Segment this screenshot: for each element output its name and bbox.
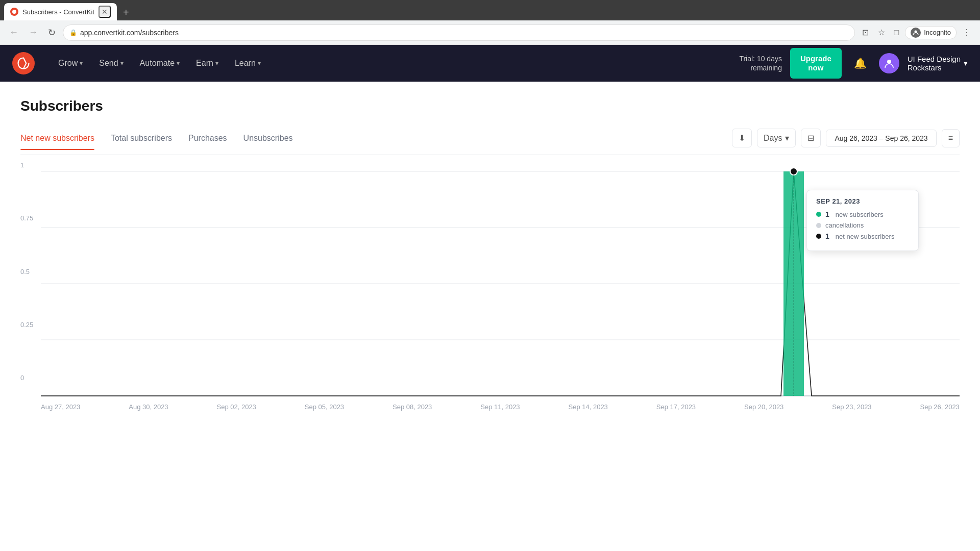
send-chevron: ▾	[120, 60, 124, 67]
svg-point-0	[12, 10, 16, 14]
chart-tooltip: SEP 21, 2023 1 new subscribers cancellat…	[806, 190, 919, 251]
browser-tab-active[interactable]: Subscribers - ConvertKit ✕	[4, 3, 117, 20]
chart-container: 1 0.75 0.5 0.25 0	[20, 159, 960, 423]
tab-favicon	[10, 8, 18, 16]
svg-point-2	[887, 60, 891, 64]
tab-bar: Subscribers - ConvertKit ✕ +	[0, 0, 980, 20]
y-label-075: 0.75	[20, 214, 33, 222]
tooltip-new-label: new subscribers	[836, 211, 884, 218]
filter-button[interactable]: ⊟	[801, 129, 821, 147]
x-label-6: Sep 14, 2023	[569, 403, 608, 411]
download-icon: ⬇	[739, 133, 745, 143]
profile-button[interactable]: □	[891, 25, 902, 40]
upgrade-button[interactable]: Upgrade now	[790, 48, 842, 79]
days-label: Days	[764, 134, 782, 143]
main-nav: Grow ▾ Send ▾ Automate ▾ Earn ▾ Learn ▾	[51, 55, 723, 72]
tab-unsubscribes[interactable]: Unsubscribes	[243, 134, 293, 150]
main-content: Subscribers Net new subscribers Total su…	[0, 82, 980, 439]
tooltip-green-dot	[816, 212, 821, 217]
logo[interactable]	[12, 52, 35, 74]
grow-chevron: ▾	[80, 60, 83, 67]
page-title: Subscribers	[20, 98, 960, 114]
nav-grow[interactable]: Grow ▾	[51, 55, 90, 72]
incognito-badge[interactable]: Incognito	[905, 26, 957, 39]
cast-button[interactable]: ⊡	[859, 24, 872, 40]
reload-button[interactable]: ↻	[45, 24, 59, 41]
menu-button[interactable]: ⋮	[960, 24, 974, 40]
x-label-7: Sep 17, 2023	[656, 403, 696, 411]
tooltip-dark-dot	[816, 234, 821, 239]
tabs-row: Net new subscribers Total subscribers Pu…	[20, 129, 960, 155]
x-label-5: Sep 11, 2023	[480, 403, 520, 411]
chart-controls: ⬇ Days ▾ ⊟ Aug 26, 2023 – Sep 26, 2023 ≡	[732, 129, 960, 155]
download-button[interactable]: ⬇	[732, 129, 752, 147]
nav-send[interactable]: Send ▾	[92, 55, 130, 72]
tooltip-new-subscribers: 1 new subscribers	[816, 210, 909, 218]
view-toggle-icon: ≡	[948, 134, 953, 143]
y-label-05: 0.5	[20, 268, 33, 276]
tooltip-new-count: 1	[825, 210, 829, 218]
lock-icon: 🔒	[69, 29, 77, 36]
x-label-2: Sep 02, 2023	[217, 403, 256, 411]
browser-toolbar: ← → ↻ 🔒 app.convertkit.com/subscribers ⊡…	[0, 20, 980, 45]
trial-text: Trial: 10 days remaining	[739, 54, 782, 72]
learn-chevron: ▾	[258, 60, 261, 67]
date-range-button[interactable]: Aug 26, 2023 – Sep 26, 2023	[826, 130, 936, 147]
tooltip-net-new: 1 net new subscribers	[816, 232, 909, 240]
tooltip-cancellations-label: cancellations	[825, 221, 864, 229]
date-range-text: Aug 26, 2023 – Sep 26, 2023	[835, 134, 927, 142]
tooltip-net-count: 1	[825, 232, 829, 240]
x-label-0: Aug 27, 2023	[41, 403, 80, 411]
new-tab-button[interactable]: +	[119, 7, 133, 18]
notification-bell[interactable]: 🔔	[850, 53, 871, 73]
header-right: Trial: 10 days remaining Upgrade now 🔔 U…	[739, 48, 968, 79]
x-label-8: Sep 20, 2023	[744, 403, 783, 411]
x-label-10: Sep 26, 2023	[920, 403, 960, 411]
forward-button[interactable]: →	[26, 24, 41, 41]
x-label-1: Aug 30, 2023	[129, 403, 168, 411]
filter-icon: ⊟	[807, 133, 814, 143]
y-label-1: 1	[20, 161, 33, 169]
incognito-label: Incognito	[924, 29, 951, 36]
nav-automate[interactable]: Automate ▾	[133, 55, 187, 72]
x-axis: Aug 27, 2023 Aug 30, 2023 Sep 02, 2023 S…	[41, 403, 960, 411]
days-chevron: ▾	[785, 133, 789, 143]
tab-close-button[interactable]: ✕	[99, 6, 111, 18]
incognito-icon	[911, 28, 921, 38]
automate-chevron: ▾	[177, 60, 180, 67]
avatar[interactable]	[879, 53, 899, 73]
x-label-3: Sep 05, 2023	[305, 403, 344, 411]
account-chevron: ▾	[964, 59, 968, 68]
nav-earn[interactable]: Earn ▾	[189, 55, 226, 72]
app-header: Grow ▾ Send ▾ Automate ▾ Earn ▾ Learn ▾	[0, 45, 980, 82]
browser-chrome: Subscribers - ConvertKit ✕ + ← → ↻ 🔒 app…	[0, 0, 980, 45]
x-label-9: Sep 23, 2023	[832, 403, 871, 411]
tooltip-gray-dot	[816, 223, 821, 228]
tab-purchases[interactable]: Purchases	[188, 134, 227, 150]
toolbar-right: ⊡ ☆ □ Incognito ⋮	[859, 24, 974, 40]
y-label-025: 0.25	[20, 321, 33, 329]
tooltip-net-label: net new subscribers	[836, 233, 895, 240]
tooltip-cancellations: cancellations	[816, 221, 909, 229]
address-bar[interactable]: 🔒 app.convertkit.com/subscribers	[63, 24, 855, 41]
bookmark-button[interactable]: ☆	[875, 24, 888, 40]
tooltip-date: SEP 21, 2023	[816, 197, 909, 205]
view-toggle-button[interactable]: ≡	[942, 129, 960, 147]
back-button[interactable]: ←	[6, 24, 21, 41]
days-dropdown[interactable]: Days ▾	[757, 129, 796, 147]
url-text: app.convertkit.com/subscribers	[80, 29, 848, 37]
tab-title: Subscribers - ConvertKit	[22, 8, 94, 16]
y-axis: 1 0.75 0.5 0.25 0	[20, 159, 33, 384]
y-label-0: 0	[20, 374, 33, 382]
tab-total-subscribers[interactable]: Total subscribers	[111, 134, 172, 150]
app: Grow ▾ Send ▾ Automate ▾ Earn ▾ Learn ▾	[0, 45, 980, 551]
account-name[interactable]: UI Feed Design Rockstars ▾	[908, 55, 968, 72]
nav-learn[interactable]: Learn ▾	[228, 55, 268, 72]
earn-chevron: ▾	[215, 60, 218, 67]
x-label-4: Sep 08, 2023	[393, 403, 432, 411]
tab-net-new-subscribers[interactable]: Net new subscribers	[20, 134, 94, 150]
